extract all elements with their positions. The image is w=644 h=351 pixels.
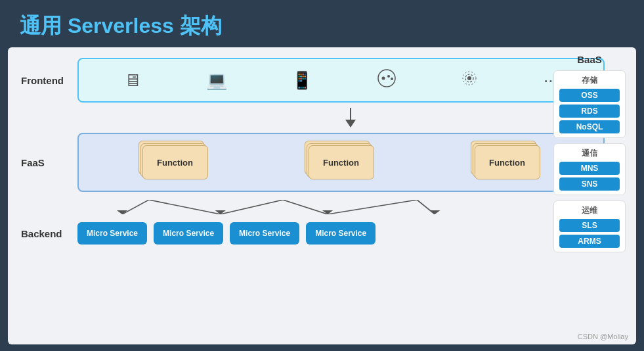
baas-storage-label: 存储 [582, 75, 597, 86]
baas-nosql[interactable]: NoSQL [559, 120, 620, 133]
content-area: Frontend 🖥 💻 📱 ··· [8, 47, 636, 344]
baas-storage-section: 存储 OSS RDS NoSQL [553, 70, 626, 138]
svg-line-8 [149, 200, 221, 214]
frontend-box: 🖥 💻 📱 ··· [77, 58, 605, 103]
baas-rds[interactable]: RDS [559, 105, 620, 118]
svg-marker-16 [429, 210, 440, 214]
faas-label: FaaS [21, 157, 68, 168]
baas-panel: BaaS 存储 OSS RDS NoSQL 通信 MNS SNS 运维 SLS … [553, 54, 626, 252]
svg-point-4 [467, 76, 471, 80]
title-bar: 通用 Serverless 架构 [0, 0, 644, 47]
micro-service-2[interactable]: Micro Service [154, 222, 223, 245]
svg-point-2 [387, 75, 390, 78]
connector-arrows [21, 200, 623, 214]
baas-title: BaaS [553, 54, 626, 65]
baas-sls[interactable]: SLS [559, 219, 620, 232]
baas-ops-label: 运维 [582, 205, 597, 216]
backend-row: Backend Micro Service Micro Service Micr… [21, 222, 623, 245]
baas-arms[interactable]: ARMS [559, 235, 620, 248]
wechat-icon [377, 69, 396, 91]
svg-point-1 [381, 77, 385, 80]
laptop-icon: 💻 [206, 70, 227, 91]
micro-service-3[interactable]: Micro Service [230, 222, 299, 245]
function-card: Function [142, 145, 208, 179]
faas-box: Function Function Function [77, 133, 605, 192]
svg-point-3 [391, 78, 393, 80]
watermark: CSDN @Moliay [578, 333, 628, 340]
backend-label: Backend [21, 228, 68, 239]
svg-line-11 [328, 200, 417, 214]
micro-service-4[interactable]: Micro Service [306, 222, 376, 245]
baas-comm-label: 通信 [582, 148, 597, 159]
baas-oss[interactable]: OSS [559, 89, 620, 102]
page-title: 通用 Serverless 架构 [20, 12, 624, 41]
function-stack-1: Function [139, 140, 211, 185]
baas-ops-section: 运维 SLS ARMS [553, 200, 626, 252]
connector-svg [77, 200, 605, 214]
backend-box-area: Micro Service Micro Service Micro Servic… [77, 222, 605, 245]
iot-icon [460, 69, 479, 91]
function-card: Function [309, 145, 374, 179]
arrow-frontend-faas [21, 108, 623, 128]
desktop-icon: 🖥 [124, 70, 141, 91]
mobile-icon: 📱 [291, 70, 312, 91]
frontend-row: Frontend 🖥 💻 📱 ··· [21, 58, 623, 103]
baas-comm-section: 通信 MNS SNS [553, 143, 626, 195]
micro-service-1[interactable]: Micro Service [77, 222, 147, 245]
slide: 通用 Serverless 架构 Frontend 🖥 💻 📱 ··· [0, 0, 644, 351]
baas-mns[interactable]: MNS [559, 162, 620, 175]
faas-row: FaaS Function Function Function [21, 133, 623, 192]
frontend-label: Frontend [21, 75, 68, 86]
svg-line-10 [283, 200, 328, 214]
function-card: Function [475, 145, 540, 179]
svg-line-7 [122, 200, 149, 214]
baas-sns[interactable]: SNS [559, 177, 620, 191]
function-stack-3: Function [471, 140, 544, 185]
svg-line-9 [221, 200, 283, 214]
function-stack-2: Function [305, 140, 377, 185]
